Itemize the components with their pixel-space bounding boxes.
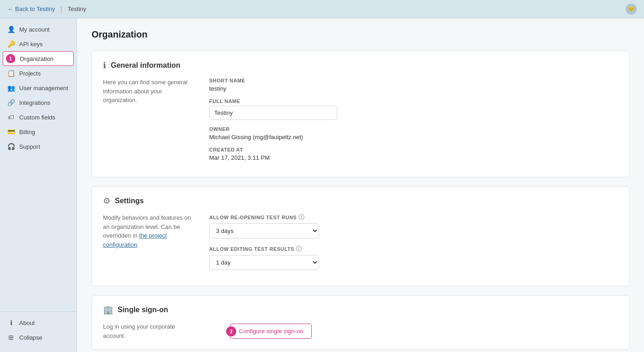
back-label: Back to Testiny	[15, 5, 55, 12]
sidebar-item-my-account[interactable]: 👤 My account	[0, 22, 76, 37]
sidebar: 👤 My account 🔑 API keys 1 🏢 Organization…	[0, 18, 77, 352]
reopen-select[interactable]: 3 days 1 day 7 days Never	[209, 223, 319, 238]
back-arrow-icon: ←	[7, 5, 13, 12]
collapse-icon: ⊞	[7, 334, 15, 341]
sso-section: 🏢 Single sign-on Log in using your corpo…	[92, 295, 629, 350]
short-name-value: testiny	[209, 85, 618, 92]
edit-results-field: ALLOW EDITING TEST RESULTS ⓘ 1 day 3 day…	[209, 245, 618, 270]
projects-icon: 📋	[7, 70, 15, 77]
user-management-icon: 👥	[7, 84, 15, 92]
support-icon: 🎧	[7, 143, 15, 150]
sidebar-item-label: Integrations	[19, 99, 50, 106]
content-area: Organization ℹ General information Here …	[77, 18, 644, 352]
full-name-field: FULL NAME	[209, 98, 618, 120]
short-name-label: SHORT NAME	[209, 78, 618, 83]
step-badge-1: 1	[6, 54, 15, 63]
general-info-desc: Here you can find some general informati…	[103, 78, 195, 168]
owner-value: Michael Gissing (mg@fauipeltz.net)	[209, 134, 618, 141]
sso-title: Single sign-on	[118, 306, 168, 314]
sidebar-item-projects[interactable]: 📋 Projects	[0, 66, 76, 81]
general-info-section: ℹ General information Here you can find …	[92, 51, 629, 177]
general-info-fields: SHORT NAME testiny FULL NAME OWNER Micha…	[209, 78, 618, 168]
edit-results-select[interactable]: 1 day 3 days 7 days Never	[209, 255, 319, 270]
sso-body: Log in using your corporate account. 2 C…	[103, 322, 618, 340]
sidebar-item-support[interactable]: 🎧 Support	[0, 139, 76, 154]
sidebar-item-label: Projects	[19, 70, 41, 77]
sidebar-item-label: My account	[19, 26, 49, 33]
sidebar-nav: 👤 My account 🔑 API keys 1 🏢 Organization…	[0, 22, 76, 308]
sidebar-item-about[interactable]: ℹ About	[0, 315, 76, 330]
api-keys-icon: 🔑	[7, 40, 15, 48]
sidebar-item-api-keys[interactable]: 🔑 API keys	[0, 37, 76, 51]
created-at-field: CREATED AT Mar 17, 2021, 3:11 PM	[209, 147, 618, 161]
sidebar-bottom: ℹ About ⊞ Collapse	[0, 311, 76, 348]
billing-icon: 💳	[7, 128, 15, 135]
settings-desc-link[interactable]: the project configuration	[103, 232, 167, 248]
topbar-app-name: Testiny	[68, 5, 86, 12]
settings-section: ⚙ Settings Modify behaviors and features…	[92, 186, 629, 286]
my-account-icon: 👤	[7, 26, 15, 33]
created-at-label: CREATED AT	[209, 147, 618, 152]
sidebar-item-integrations[interactable]: 🔗 Integrations	[0, 95, 76, 110]
back-button[interactable]: ← Back to Testiny	[7, 5, 55, 12]
page-title: Organization	[92, 29, 629, 40]
settings-title: Settings	[115, 197, 144, 205]
short-name-field: SHORT NAME testiny	[209, 78, 618, 92]
reopen-info-icon[interactable]: ⓘ	[298, 214, 305, 221]
settings-section-icon: ⚙	[103, 196, 110, 206]
sidebar-item-label: Collapse	[19, 334, 43, 341]
about-icon: ℹ	[7, 319, 15, 326]
sidebar-item-label: About	[19, 320, 35, 326]
sidebar-item-label: Support	[19, 143, 40, 150]
sidebar-item-billing[interactable]: 💳 Billing	[0, 125, 76, 139]
owner-label: OWNER	[209, 126, 618, 132]
custom-fields-icon: 🏷	[7, 114, 15, 121]
sidebar-item-organization[interactable]: 1 🏢 Organization	[3, 51, 74, 66]
sso-desc: Log in using your corporate account.	[103, 322, 195, 340]
general-info-header: ℹ General information	[103, 60, 618, 70]
sidebar-item-collapse[interactable]: ⊞ Collapse	[0, 330, 76, 345]
integrations-icon: 🔗	[7, 99, 15, 106]
sidebar-item-label: User management	[19, 85, 68, 92]
sidebar-item-label: API keys	[19, 41, 43, 48]
full-name-input[interactable]	[209, 106, 337, 120]
full-name-label: FULL NAME	[209, 98, 618, 104]
info-section-icon: ℹ	[103, 60, 106, 70]
sidebar-item-user-management[interactable]: 👥 User management	[0, 81, 76, 95]
sidebar-item-custom-fields[interactable]: 🏷 Custom fields	[0, 110, 76, 125]
reopen-label: ALLOW RE-OPENING TEST RUNS ⓘ	[209, 213, 618, 222]
settings-fields: ALLOW RE-OPENING TEST RUNS ⓘ 3 days 1 da…	[209, 213, 618, 276]
created-at-value: Mar 17, 2021, 3:11 PM	[209, 154, 618, 161]
topbar-divider: |	[60, 5, 62, 13]
sso-header: 🏢 Single sign-on	[103, 305, 618, 315]
settings-header: ⚙ Settings	[103, 196, 618, 206]
general-info-body: Here you can find some general informati…	[103, 78, 618, 168]
configure-sso-button[interactable]: 2 Configure single sign-on	[230, 324, 312, 339]
step-badge-2: 2	[226, 326, 236, 336]
sidebar-item-label: Custom fields	[19, 114, 55, 121]
owner-field: OWNER Michael Gissing (mg@fauipeltz.net)	[209, 126, 618, 141]
sidebar-item-label: Organization	[20, 55, 54, 62]
edit-results-info-icon[interactable]: ⓘ	[296, 245, 302, 252]
edit-results-label: ALLOW EDITING TEST RESULTS ⓘ	[209, 245, 618, 253]
sso-action: 2 Configure single sign-on	[209, 322, 319, 340]
settings-desc: Modify behaviors and features on an orga…	[103, 213, 195, 276]
general-info-title: General information	[111, 61, 180, 70]
topbar: ← Back to Testiny | Testiny 😊	[0, 0, 644, 18]
settings-body: Modify behaviors and features on an orga…	[103, 213, 618, 276]
reopen-field: ALLOW RE-OPENING TEST RUNS ⓘ 3 days 1 da…	[209, 213, 618, 238]
main-layout: 👤 My account 🔑 API keys 1 🏢 Organization…	[0, 18, 644, 352]
sidebar-item-label: Billing	[19, 129, 35, 135]
avatar[interactable]: 😊	[626, 4, 637, 15]
sso-section-icon: 🏢	[103, 305, 113, 315]
